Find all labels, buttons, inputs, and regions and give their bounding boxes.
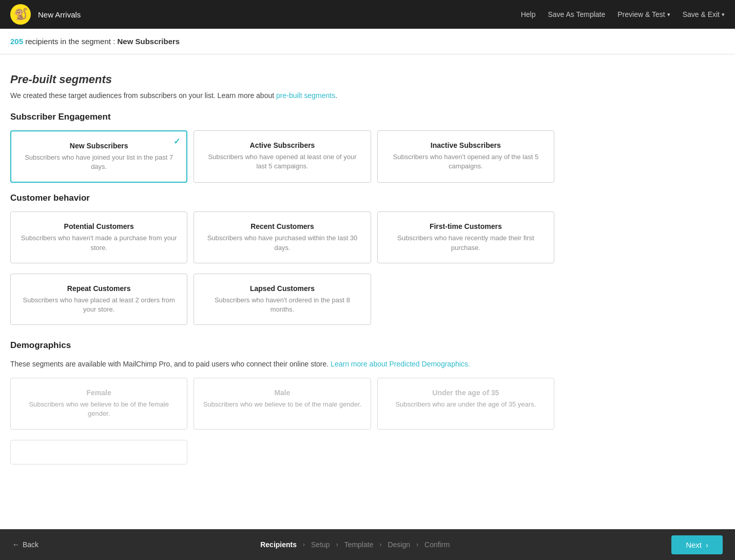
card-title-lapsed-customers: Lapsed Customers [202,284,362,293]
demographics-section: Demographics These segments are availabl… [10,340,554,464]
card-desc-first-time-customers: Subscribers who have recently made their… [386,234,546,252]
demographics-link[interactable]: Learn more about Predicted Demographics. [331,360,470,368]
card-desc-male: Subscribers who we believe to be of the … [202,400,362,409]
segment-card-first-time-customers[interactable]: First-time CustomersSubscribers who have… [377,211,554,263]
card-title-repeat-customers: Repeat Customers [19,284,179,293]
recipient-prefix-text: recipients in the segment : [25,37,115,46]
demographics-grid-row1: FemaleSubscribers who we believe to be o… [10,378,554,429]
card-desc-new-subscribers: Subscribers who have joined your list in… [20,153,178,171]
card-desc-active-subscribers: Subscribers who have opened at least one… [202,152,362,171]
footer: ← Back Recipients›Setup›Template›Design›… [0,529,735,531]
subscriber-engagement-title: Subscriber Engagement [10,112,554,122]
segment-card-repeat-customers[interactable]: Repeat CustomersSubscribers who have pla… [10,274,187,325]
segment-card-inactive-subscribers[interactable]: Inactive SubscribersSubscribers who have… [377,130,554,183]
recipient-count: 205 [10,37,23,46]
demographics-grid-row2 [10,440,554,465]
card-desc-potential-customers: Subscribers who haven't made a purchase … [19,234,179,252]
card-title-male: Male [202,389,362,397]
demographics-card-partial [10,440,187,465]
card-title-active-subscribers: Active Subscribers [202,141,362,149]
segment-card-male: MaleSubscribers who we believe to be of … [194,378,371,429]
segment-card-female: FemaleSubscribers who we believe to be o… [10,378,187,429]
card-desc-female: Subscribers who we believe to be of the … [19,400,179,418]
help-button[interactable]: Help [521,10,536,18]
save-exit-caret-icon: ▾ [722,11,725,18]
mailchimp-logo: 🐒 [10,4,31,25]
card-title-potential-customers: Potential Customers [19,222,179,230]
segment-card-new-subscribers[interactable]: ✓New SubscribersSubscribers who have joi… [10,130,187,183]
demographics-desc: These segments are available with MailCh… [10,359,554,370]
prebuilt-desc: We created these target audiences from s… [10,91,554,100]
segment-card-active-subscribers[interactable]: Active SubscribersSubscribers who have o… [194,130,371,183]
logo-icon: 🐒 [14,8,28,21]
subscriber-engagement-section: Subscriber Engagement ✓New SubscribersSu… [10,112,554,183]
segment-card-lapsed-customers[interactable]: Lapsed CustomersSubscribers who haven't … [194,274,371,325]
header-left: 🐒 New Arrivals [10,4,81,25]
customer-behavior-grid-row1: Potential CustomersSubscribers who haven… [10,211,554,263]
customer-behavior-title: Customer behavior [10,193,554,203]
recipient-bar: 205 recipients in the segment : New Subs… [0,29,735,54]
card-title-first-time-customers: First-time Customers [386,222,546,230]
empty-card [377,274,554,325]
card-title-female: Female [19,389,179,397]
preview-test-button[interactable]: Preview & Test ▾ [617,10,670,18]
save-as-template-button[interactable]: Save As Template [548,10,605,18]
card-desc-lapsed-customers: Subscribers who haven't ordered in the p… [202,296,362,314]
customer-behavior-grid-row2: Repeat CustomersSubscribers who have pla… [10,274,554,325]
recipient-segment-name: New Subscribers [117,37,180,46]
save-exit-button[interactable]: Save & Exit ▾ [683,10,725,18]
main-content: Pre-built segments We created these targ… [0,57,565,495]
preview-test-caret-icon: ▾ [667,11,670,18]
card-desc-inactive-subscribers: Subscribers who haven't opened any of th… [386,152,546,171]
prebuilt-title: Pre-built segments [10,73,554,86]
header: 🐒 New Arrivals Help Save As Template Pre… [0,0,735,29]
card-title-under-35: Under the age of 35 [386,389,546,397]
card-desc-under-35: Subscribers who are under the age of 35 … [386,400,546,409]
segment-card-potential-customers[interactable]: Potential CustomersSubscribers who haven… [10,211,187,263]
segment-card-under-35: Under the age of 35Subscribers who are u… [377,378,554,429]
selected-check-icon: ✓ [173,137,180,146]
subscriber-engagement-grid: ✓New SubscribersSubscribers who have joi… [10,130,554,183]
customer-behavior-section: Customer behavior Potential CustomersSub… [10,193,554,325]
header-right: Help Save As Template Preview & Test ▾ S… [521,10,725,18]
segment-card-recent-customers[interactable]: Recent CustomersSubscribers who have pur… [194,211,371,263]
demographics-title: Demographics [10,340,554,351]
prebuilt-link[interactable]: pre-built segments [276,91,335,100]
card-title-new-subscribers: New Subscribers [20,142,178,150]
card-title-inactive-subscribers: Inactive Subscribers [386,141,546,149]
card-title-recent-customers: Recent Customers [202,222,362,230]
card-desc-repeat-customers: Subscribers who have placed at least 2 o… [19,296,179,314]
card-desc-recent-customers: Subscribers who have purchased within th… [202,234,362,252]
campaign-name: New Arrivals [38,10,81,19]
